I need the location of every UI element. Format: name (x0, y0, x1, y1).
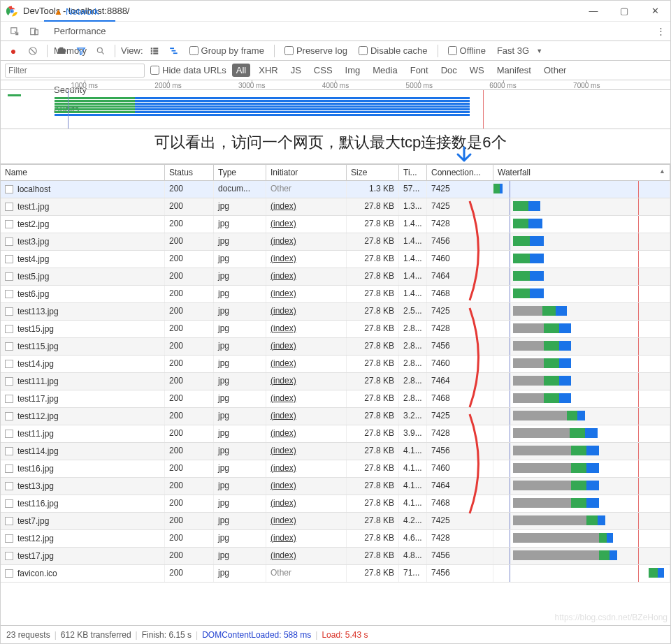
filter-chip-all[interactable]: All (232, 64, 250, 77)
initiator-link[interactable]: (index) (270, 358, 296, 368)
inspect-icon[interactable] (5, 27, 24, 36)
initiator-link[interactable]: (index) (270, 481, 296, 490)
table-row[interactable]: test16.jpg200jpg(index)27.8 KB4.1...7460 (1, 460, 670, 478)
table-row[interactable]: test113.jpg200jpg(index)27.8 KB2.5...742… (1, 303, 670, 321)
table-row[interactable]: test7.jpg200jpg(index)27.8 KB4.2...7425 (1, 513, 670, 530)
filter-chip-css[interactable]: CSS (310, 64, 337, 77)
col-initiator[interactable]: Initiator (266, 165, 347, 180)
request-name: test11.jpg (17, 429, 54, 439)
table-row[interactable]: test12.jpg200jpg(index)27.8 KB4.6...7428 (1, 530, 670, 548)
table-row[interactable]: test11.jpg200jpg(index)27.8 KB3.9...7428 (1, 425, 670, 443)
maximize-button[interactable]: ▢ (609, 1, 640, 22)
initiator-link[interactable]: (index) (270, 236, 296, 246)
filter-chip-other[interactable]: Other (540, 64, 571, 77)
table-row[interactable]: test5.jpg200jpg(index)27.8 KB1.4...7464 (1, 268, 670, 286)
table-row[interactable]: test111.jpg200jpg(index)27.8 KB2.8...746… (1, 373, 670, 390)
throttling-select[interactable]: Fast 3G (493, 45, 533, 56)
preserve-log-checkbox[interactable]: Preserve log (280, 45, 352, 56)
col-size[interactable]: Size (347, 165, 399, 180)
close-button[interactable]: ✕ (640, 1, 670, 22)
table-row[interactable]: test4.jpg200jpg(index)27.8 KB1.4...7460 (1, 251, 670, 268)
table-row[interactable]: test115.jpg200jpg(index)27.8 KB2.8...745… (1, 338, 670, 356)
filter-chip-manifest[interactable]: Manifest (493, 64, 535, 77)
table-row[interactable]: test2.jpg200jpg(index)27.8 KB1.4...7428 (1, 216, 670, 233)
col-type[interactable]: Type (214, 165, 266, 180)
status-dcl: DOMContentLoaded: 588 ms (202, 630, 311, 640)
initiator-link[interactable]: (index) (270, 498, 296, 508)
clear-button[interactable] (24, 43, 41, 59)
table-row[interactable]: test6.jpg200jpg(index)27.8 KB1.4...7468 (1, 286, 670, 303)
initiator-link[interactable]: (index) (270, 463, 296, 473)
record-button[interactable]: ● (5, 43, 22, 59)
initiator-link[interactable]: (index) (270, 323, 296, 333)
device-toggle-icon[interactable] (24, 27, 44, 36)
table-row[interactable]: test1.jpg200jpg(index)27.8 KB1.3...7425 (1, 198, 670, 216)
disable-cache-checkbox[interactable]: Disable cache (354, 45, 432, 56)
initiator-link[interactable]: (index) (270, 515, 296, 525)
col-name[interactable]: Name (1, 165, 165, 180)
initiator-link[interactable]: (index) (270, 288, 296, 298)
col-time[interactable]: Ti... (399, 165, 427, 180)
col-connection[interactable]: Connection... (427, 165, 493, 180)
svg-rect-19 (173, 52, 177, 54)
table-row[interactable]: test112.jpg200jpg(index)27.8 KB3.2...742… (1, 408, 670, 425)
initiator-link[interactable]: (index) (270, 341, 296, 351)
initiator-link[interactable]: (index) (270, 411, 296, 420)
search-icon[interactable] (92, 43, 109, 59)
initiator-link[interactable]: (index) (270, 393, 296, 403)
timeline-ruler[interactable]: 1000 ms2000 ms3000 ms4000 ms5000 ms6000 … (1, 80, 670, 90)
table-row[interactable]: test116.jpg200jpg(index)27.8 KB4.1...746… (1, 495, 670, 513)
tab-performance[interactable]: Performance (44, 22, 115, 41)
initiator-link[interactable]: (index) (270, 533, 296, 543)
table-row[interactable]: test3.jpg200jpg(index)27.8 KB1.4...7456 (1, 233, 670, 251)
offline-checkbox[interactable]: Offline (444, 45, 490, 56)
group-by-frame-checkbox[interactable]: Group by frame (185, 45, 268, 56)
table-row[interactable]: test117.jpg200jpg(index)27.8 KB2.8...746… (1, 390, 670, 408)
table-row[interactable]: test14.jpg200jpg(index)27.8 KB2.8...7460 (1, 356, 670, 373)
filter-chip-doc[interactable]: Doc (437, 64, 461, 77)
more-icon[interactable]: ⋮ (651, 26, 670, 36)
table-row[interactable]: favicon.ico200jpgOther27.8 KB71...7456 (1, 565, 670, 583)
filter-chip-font[interactable]: Font (406, 64, 433, 77)
initiator-link[interactable]: (index) (270, 306, 296, 316)
file-icon (5, 430, 13, 438)
tab-network[interactable]: ▲Network (44, 2, 115, 22)
initiator-link[interactable]: (index) (270, 550, 296, 560)
initiator-link[interactable]: (index) (270, 219, 296, 228)
svg-rect-17 (170, 47, 174, 49)
initiator-link[interactable]: (index) (270, 271, 296, 281)
col-waterfall[interactable]: Waterfall▲ (493, 165, 670, 180)
capture-screenshot-icon[interactable] (53, 43, 70, 59)
table-row[interactable]: test15.jpg200jpg(index)27.8 KB2.8...7428 (1, 321, 670, 338)
table-row[interactable]: test13.jpg200jpg(index)27.8 KB4.1...7464 (1, 478, 670, 495)
filter-input[interactable] (5, 64, 145, 78)
initiator-link[interactable]: (index) (270, 428, 296, 438)
request-name: test113.jpg (17, 307, 59, 316)
view-waterfall-icon[interactable] (166, 43, 182, 59)
file-icon (5, 517, 13, 525)
hide-data-urls-checkbox[interactable]: Hide data URLs (150, 65, 226, 75)
initiator-link[interactable]: (index) (270, 254, 296, 263)
initiator-link[interactable]: (index) (270, 376, 296, 386)
watermark: https://blog.csdn.net/BZeHong (555, 613, 668, 622)
initiator-link[interactable]: (index) (270, 201, 296, 211)
filter-toggle-icon[interactable] (73, 43, 89, 59)
filter-chip-media[interactable]: Media (368, 64, 401, 77)
filter-chip-img[interactable]: Img (341, 64, 365, 77)
filter-chip-js[interactable]: JS (287, 64, 305, 77)
request-name: test117.jpg (17, 394, 59, 404)
view-list-icon[interactable] (146, 43, 163, 59)
svg-rect-9 (60, 47, 64, 48)
status-finish: Finish: 6.15 s (142, 630, 192, 640)
ruler-tick: 7000 ms (573, 82, 600, 89)
table-row[interactable]: localhost200docum...Other1.3 KB57...7425 (1, 181, 670, 198)
col-status[interactable]: Status (165, 165, 214, 180)
initiator-link[interactable]: (index) (270, 446, 296, 455)
chevron-down-icon[interactable]: ▼ (536, 47, 542, 54)
filter-chip-ws[interactable]: WS (466, 64, 489, 77)
table-row[interactable]: test114.jpg200jpg(index)27.8 KB4.1...745… (1, 443, 670, 460)
minimize-button[interactable]: — (578, 1, 609, 22)
filter-chip-xhr[interactable]: XHR (254, 64, 282, 77)
timeline-overview[interactable] (1, 90, 670, 129)
table-row[interactable]: test17.jpg200jpg(index)27.8 KB4.8...7456 (1, 548, 670, 565)
